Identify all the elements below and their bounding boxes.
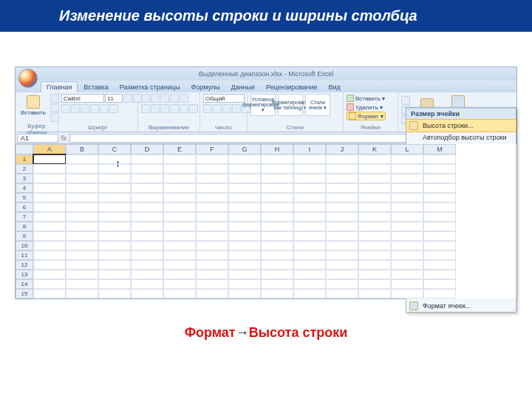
tab-insert[interactable]: Вставка xyxy=(78,82,113,92)
row-header[interactable]: 12 xyxy=(16,260,33,270)
cell[interactable] xyxy=(228,154,261,164)
cell[interactable] xyxy=(98,222,131,231)
cell[interactable] xyxy=(228,174,261,183)
cell[interactable] xyxy=(261,212,293,222)
cell[interactable] xyxy=(131,260,163,270)
col-header-c[interactable]: C xyxy=(98,144,131,154)
cell[interactable] xyxy=(66,289,98,299)
tab-formulas[interactable]: Формулы xyxy=(185,82,225,92)
cell[interactable] xyxy=(326,279,358,289)
cell[interactable] xyxy=(423,279,456,289)
cell[interactable] xyxy=(423,212,456,222)
align-middle-icon[interactable] xyxy=(151,94,160,103)
align-top-icon[interactable] xyxy=(141,94,150,103)
cell[interactable] xyxy=(228,270,261,279)
indent-dec-icon[interactable] xyxy=(170,104,179,113)
cell[interactable] xyxy=(391,154,423,164)
align-left-icon[interactable] xyxy=(141,104,150,113)
cell[interactable] xyxy=(66,270,98,279)
cell[interactable] xyxy=(326,250,358,260)
cell[interactable] xyxy=(326,154,358,164)
row-header[interactable]: 10 xyxy=(16,241,33,250)
cell[interactable] xyxy=(131,154,163,164)
cell[interactable] xyxy=(131,193,163,202)
cell[interactable] xyxy=(228,212,261,222)
cell[interactable] xyxy=(391,289,423,299)
cell[interactable] xyxy=(163,250,196,260)
cell[interactable] xyxy=(261,250,293,260)
row-header[interactable]: 7 xyxy=(16,212,33,222)
cell[interactable] xyxy=(66,241,98,250)
cell[interactable] xyxy=(163,183,196,193)
cell[interactable] xyxy=(293,222,326,231)
cell[interactable] xyxy=(358,154,391,164)
cell[interactable] xyxy=(98,279,131,289)
cell[interactable] xyxy=(33,193,66,202)
row-header[interactable]: 13 xyxy=(16,270,33,279)
cell[interactable] xyxy=(163,270,196,279)
cell[interactable] xyxy=(98,183,131,193)
row-header[interactable]: 3 xyxy=(16,174,33,183)
cell[interactable] xyxy=(326,183,358,193)
cell[interactable] xyxy=(326,270,358,279)
cell[interactable] xyxy=(358,193,391,202)
cell[interactable] xyxy=(228,164,261,174)
menu-autofit-row[interactable]: Автоподбор высоты строки xyxy=(406,132,516,143)
underline-icon[interactable] xyxy=(81,104,89,113)
cell[interactable] xyxy=(163,174,196,183)
delete-cells-button[interactable]: Удалить ▾ xyxy=(347,103,383,112)
cell[interactable] xyxy=(33,164,66,174)
cell[interactable] xyxy=(131,241,163,250)
cell[interactable] xyxy=(423,260,456,270)
cell[interactable] xyxy=(261,183,293,193)
cell[interactable] xyxy=(33,250,66,260)
cell[interactable] xyxy=(163,222,196,231)
number-format-combo[interactable]: Общий xyxy=(203,94,245,103)
cell[interactable] xyxy=(98,202,131,212)
cell[interactable] xyxy=(228,231,261,241)
cell[interactable] xyxy=(33,202,66,212)
cell[interactable] xyxy=(66,183,98,193)
cell[interactable] xyxy=(326,241,358,250)
cell[interactable] xyxy=(391,202,423,212)
cell[interactable] xyxy=(423,231,456,241)
cell[interactable] xyxy=(326,174,358,183)
cell[interactable] xyxy=(293,212,326,222)
cell[interactable] xyxy=(196,212,228,222)
cell[interactable] xyxy=(228,241,261,250)
cell[interactable] xyxy=(261,279,293,289)
cell[interactable] xyxy=(326,202,358,212)
menu-format-cells[interactable]: Формат ячеек... xyxy=(406,300,516,312)
cell[interactable] xyxy=(33,241,66,250)
col-header-l[interactable]: L xyxy=(391,144,423,154)
col-header-j[interactable]: J xyxy=(326,144,358,154)
cell[interactable] xyxy=(423,164,456,174)
cell[interactable] xyxy=(261,174,293,183)
row-header[interactable]: 5 xyxy=(16,193,33,202)
cell[interactable] xyxy=(358,270,391,279)
cell[interactable] xyxy=(228,222,261,231)
paste-button[interactable]: Вставить xyxy=(18,94,48,117)
cell[interactable] xyxy=(66,174,98,183)
comma-icon[interactable] xyxy=(222,104,231,113)
cell[interactable] xyxy=(163,193,196,202)
cell[interactable] xyxy=(196,154,228,164)
cell[interactable] xyxy=(391,174,423,183)
cell[interactable] xyxy=(163,279,196,289)
cell[interactable] xyxy=(326,289,358,299)
cell[interactable] xyxy=(196,183,228,193)
cell[interactable] xyxy=(358,212,391,222)
cell[interactable] xyxy=(66,260,98,270)
align-bottom-icon[interactable] xyxy=(160,94,169,103)
cell[interactable] xyxy=(98,270,131,279)
cell[interactable] xyxy=(293,154,326,164)
cell[interactable] xyxy=(261,154,293,164)
cell[interactable] xyxy=(261,193,293,202)
cell[interactable] xyxy=(98,164,131,174)
cell[interactable] xyxy=(391,241,423,250)
cell[interactable] xyxy=(358,289,391,299)
cell[interactable] xyxy=(228,202,261,212)
cell[interactable] xyxy=(358,260,391,270)
cell[interactable] xyxy=(163,212,196,222)
cell[interactable] xyxy=(131,222,163,231)
